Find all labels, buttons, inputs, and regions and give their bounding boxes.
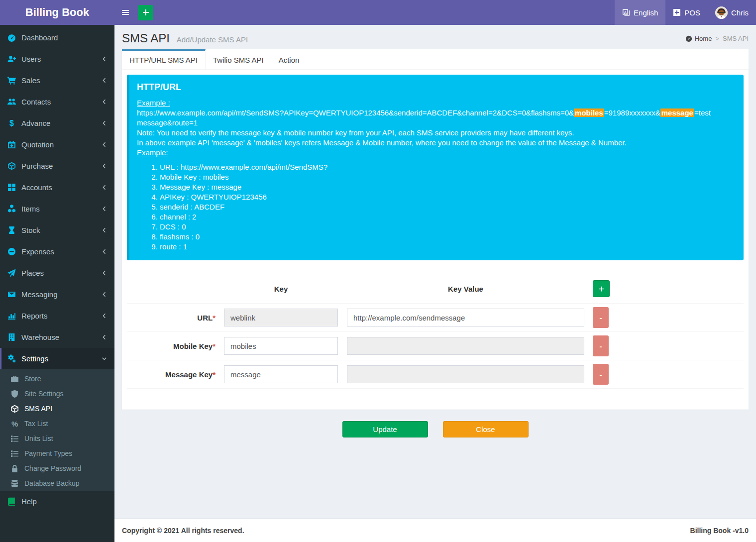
sidebar-sublink-tax-list[interactable]: Tax List: [0, 416, 114, 431]
list-icon: [10, 449, 20, 458]
field-label-message-key: Message Key*: [127, 370, 216, 379]
quick-add-button[interactable]: [138, 5, 153, 20]
sidebar-sublink-sms-api[interactable]: SMS API: [0, 401, 114, 416]
percent-icon: [10, 420, 20, 428]
sidebar-link-reports[interactable]: Reports: [0, 305, 114, 326]
sidebar-sublink-store[interactable]: Store: [0, 371, 114, 386]
sidebar-subitem-change-password: Change Password: [0, 461, 114, 476]
avatar: [715, 6, 728, 19]
content-wrapper: SMS API Add/Update SMS API Home > SMS AP…: [114, 25, 756, 542]
sidebar-sublink-site-settings[interactable]: Site Settings: [0, 386, 114, 401]
navbar-right: English POS Chris: [615, 0, 756, 25]
chevron-left-icon: [102, 185, 107, 190]
pos-button[interactable]: POS: [665, 0, 708, 25]
sidebar-item-places: Places: [0, 262, 114, 284]
list-item: DCS : 0: [160, 222, 729, 232]
copyright-text: Copyright © 2021 All rights reserved.: [122, 527, 244, 535]
chevron-left-icon: [102, 78, 107, 83]
sidebar-link-warehouse[interactable]: Warehouse: [0, 326, 114, 348]
chevron-left-icon: [102, 99, 107, 105]
api-example-url: https://www.example.com/api/mt/SendSMS?A…: [137, 108, 729, 128]
settings-submenu: Store Site Settings SMS API Tax List Uni…: [0, 369, 114, 491]
message-highlight: message: [660, 108, 694, 117]
chevron-down-icon: [102, 356, 107, 361]
sidebar-item-warehouse: Warehouse: [0, 326, 114, 348]
tab-link-http-url[interactable]: HTTP/URL SMS API: [122, 49, 206, 69]
cubes-icon: [7, 205, 17, 213]
sidebar-item-dashboard: Dashboard: [0, 27, 114, 48]
sidebar-link-expenses[interactable]: Expenses: [0, 241, 114, 262]
envelope-icon: [7, 290, 17, 299]
update-button[interactable]: Update: [342, 421, 428, 437]
sidebar-item-help: Help: [0, 491, 114, 512]
sidebar-link-advance[interactable]: Advance: [0, 112, 114, 134]
gears-icon: [7, 354, 17, 363]
tab-content: HTTP/URL Example : https://www.example.c…: [122, 70, 749, 410]
key-value-table: Key Key Value URL* - Mobile Key*: [127, 272, 744, 405]
cart-icon: [7, 76, 17, 85]
user-menu[interactable]: Chris: [708, 0, 756, 25]
example2-link[interactable]: Example:: [137, 148, 168, 157]
sidebar-link-help[interactable]: Help: [0, 491, 114, 512]
chevron-left-icon: [102, 292, 107, 297]
column-header-key-value: Key Value: [347, 285, 584, 293]
field-label-url: URL*: [127, 314, 216, 322]
form-actions: Update Close: [122, 421, 749, 437]
breadcrumb-home-link[interactable]: Home: [685, 35, 712, 42]
sidebar-toggle-button[interactable]: [114, 0, 136, 25]
paper-plane-icon: [7, 269, 17, 277]
sidebar-link-accounts[interactable]: Accounts: [0, 177, 114, 198]
content-header: SMS API Add/Update SMS API Home > SMS AP…: [114, 25, 756, 48]
tab-link-twilio[interactable]: Twilio SMS API: [206, 49, 271, 69]
add-row-button[interactable]: [593, 280, 610, 297]
sidebar-link-contacts[interactable]: Contacts: [0, 91, 114, 112]
sidebar-link-settings[interactable]: Settings: [0, 348, 114, 369]
list-item: Mobile Key : mobiles: [160, 172, 729, 182]
sidebar-link-messaging[interactable]: Messaging: [0, 284, 114, 305]
sidebar-link-items[interactable]: Items: [0, 198, 114, 219]
sidebar-link-stock[interactable]: Stock: [0, 219, 114, 241]
remove-row-button[interactable]: -: [593, 364, 609, 385]
chevron-left-icon: [102, 313, 107, 319]
message-key-input[interactable]: [224, 365, 338, 383]
required-mark: *: [213, 314, 216, 322]
calendar-plus-icon: [7, 140, 17, 149]
sidebar-subitem-sms-api: SMS API: [0, 401, 114, 416]
list-icon: [10, 434, 20, 443]
sidebar-link-quotation[interactable]: Quotation: [0, 134, 114, 155]
chevron-left-icon: [102, 142, 107, 147]
list-item: channel : 2: [160, 212, 729, 222]
required-mark: *: [213, 370, 216, 379]
url-value-input[interactable]: [347, 309, 584, 326]
sidebar-item-contacts: Contacts: [0, 91, 114, 112]
mobile-key-input[interactable]: [224, 337, 338, 355]
example-link[interactable]: Example :: [137, 99, 170, 107]
tab-link-action[interactable]: Action: [271, 49, 307, 69]
sidebar-link-places[interactable]: Places: [0, 262, 114, 284]
sidebar-link-sales[interactable]: Sales: [0, 70, 114, 91]
bar-chart-icon: [7, 312, 17, 320]
remove-row-button[interactable]: -: [593, 307, 609, 328]
app-logo[interactable]: Billing Book: [0, 0, 114, 25]
remove-row-button[interactable]: -: [593, 335, 609, 356]
language-menu[interactable]: English: [615, 0, 665, 25]
sidebar-item-items: Items: [0, 198, 114, 219]
book-icon: [7, 497, 17, 506]
main-header: Billing Book English POS Chris: [0, 0, 756, 25]
breadcrumb-separator: >: [715, 35, 719, 42]
sidebar-sublink-units-list[interactable]: Units List: [0, 431, 114, 446]
user-plus-icon: [7, 55, 17, 63]
close-button[interactable]: Close: [443, 421, 529, 437]
sidebar-sublink-database-backup[interactable]: Database Backup: [0, 476, 114, 491]
sidebar-item-sales: Sales: [0, 70, 114, 91]
home-icon: [685, 35, 692, 42]
list-item: Message Key : message: [160, 182, 729, 192]
version-text: Billing Book -v1.0: [690, 527, 749, 535]
sidebar-sublink-change-password[interactable]: Change Password: [0, 461, 114, 476]
sidebar-link-dashboard[interactable]: Dashboard: [0, 27, 114, 48]
sidebar-link-users[interactable]: Users: [0, 48, 114, 70]
sidebar-sublink-payment-types[interactable]: Payment Types: [0, 446, 114, 461]
chevron-left-icon: [102, 334, 107, 340]
sidebar-link-purchase[interactable]: Purchase: [0, 155, 114, 177]
chevron-left-icon: [102, 227, 107, 233]
